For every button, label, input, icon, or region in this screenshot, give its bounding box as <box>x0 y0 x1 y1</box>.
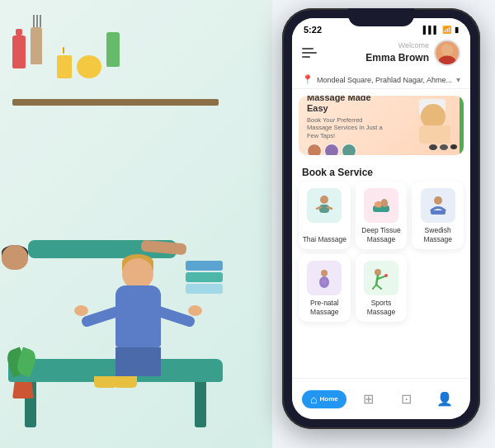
status-icons: ▌▌▌ 📶 ▮ <box>423 26 459 34</box>
bottle-red-icon <box>12 35 26 68</box>
therapist-right-hand <box>188 305 202 316</box>
mini-avatar-2 <box>324 144 339 155</box>
service-card-swedish[interactable]: Swedish Massage <box>412 182 464 249</box>
stone-3 <box>450 144 457 149</box>
swedish-massage-icon <box>421 188 455 223</box>
svg-line-18 <box>376 285 381 289</box>
sports-massage-icon <box>364 261 398 295</box>
svg-point-12 <box>321 270 328 276</box>
home-label: Home <box>319 395 337 403</box>
banner-side-strip <box>460 96 464 155</box>
therapist-shoe-left <box>114 376 137 388</box>
prenatal-massage-icon <box>307 261 342 295</box>
promo-banner[interactable]: Massage Made Easy Book Your Preferred Ma… <box>299 96 464 155</box>
deep-tissue-label: Deep Tissue Massage <box>359 226 404 244</box>
svg-rect-3 <box>319 205 329 213</box>
nav-bookings[interactable]: ⊞ <box>350 388 388 410</box>
towel-blue <box>186 261 223 271</box>
banner-image <box>398 96 464 155</box>
bottle-green-icon <box>106 32 120 67</box>
wifi-icon: 📶 <box>442 26 451 34</box>
prenatal-massage-label: Pre-natal Massage <box>302 299 347 317</box>
svg-line-19 <box>378 276 384 279</box>
bottom-nav: ⌂ Home ⊞ ⊡ 👤 <box>292 378 470 419</box>
therapist-pants <box>116 347 161 376</box>
plant <box>12 382 34 398</box>
client-body <box>28 240 177 258</box>
therapist-shoe-right <box>94 376 117 388</box>
swedish-massage-label: Swedish Massage <box>415 226 460 244</box>
signal-icon: ▌▌▌ <box>423 26 439 34</box>
bookings-icon: ⊞ <box>363 391 374 407</box>
phone-frame: 5:22 ▌▌▌ 📶 ▮ Welcome Emma Brown <box>282 8 480 429</box>
therapist-left-arm <box>80 303 129 328</box>
towel-light <box>186 284 223 294</box>
plant-leaves <box>8 349 35 375</box>
banner-subtitle: Book Your Preferred Massage Services In … <box>307 116 389 140</box>
services-icon: ⊡ <box>401 391 412 407</box>
svg-rect-9 <box>375 202 381 207</box>
phone-notch <box>348 8 414 26</box>
home-icon: ⌂ <box>310 393 317 406</box>
therapist-body <box>116 285 161 347</box>
client-arm <box>140 240 186 256</box>
svg-point-2 <box>320 196 328 204</box>
banner-avatars <box>307 144 389 155</box>
fruit-icon <box>77 55 101 78</box>
phone-mockup: 5:22 ▌▌▌ 📶 ▮ Welcome Emma Brown <box>282 8 480 429</box>
phone-screen: 5:22 ▌▌▌ 📶 ▮ Welcome Emma Brown <box>292 18 470 419</box>
deep-tissue-icon <box>364 188 398 223</box>
location-text: Mondeal Square, Prahlad Nagar, Ahme... <box>317 76 453 84</box>
profile-icon: 👤 <box>436 391 453 407</box>
services-grid: Thai Massage Deep Tissue Massage <box>292 182 470 327</box>
service-card-sports[interactable]: Sports Massage <box>356 254 408 322</box>
massage-stones <box>429 144 457 150</box>
nav-profile[interactable]: 👤 <box>426 388 464 410</box>
thai-massage-icon <box>307 188 342 223</box>
nav-home[interactable]: ⌂ Home <box>299 387 350 412</box>
location-bar[interactable]: 📍 Mondeal Square, Prahlad Nagar, Ahme...… <box>292 71 470 89</box>
chevron-down-icon: ▾ <box>456 75 460 84</box>
stone-2 <box>440 144 448 150</box>
svg-point-10 <box>434 196 442 205</box>
nav-services[interactable]: ⊡ <box>388 388 426 410</box>
svg-point-1 <box>439 56 456 67</box>
svg-point-0 <box>441 45 453 56</box>
towel-teal <box>186 272 223 282</box>
app-header: Welcome Emma Brown <box>292 36 470 71</box>
avatar[interactable] <box>434 40 460 66</box>
service-card-deep-tissue[interactable]: Deep Tissue Massage <box>356 182 408 249</box>
illustration-panel <box>0 0 272 448</box>
table-leg-right <box>195 382 206 427</box>
candle-yellow-icon <box>57 55 72 78</box>
status-time: 5:22 <box>304 25 322 35</box>
battery-icon: ▮ <box>455 26 459 34</box>
mini-avatar-3 <box>342 144 356 155</box>
towels-stack <box>186 261 223 295</box>
shelf-items <box>12 64 120 101</box>
welcome-label: Welcome <box>365 41 429 50</box>
section-title: Book a Service <box>292 162 470 182</box>
thai-massage-label: Thai Massage <box>303 235 346 244</box>
header-right: Welcome Emma Brown <box>365 40 460 66</box>
banner-woman-body <box>419 125 450 144</box>
diffuser-icon <box>31 27 42 64</box>
stone-1 <box>429 144 437 150</box>
plant-pot <box>12 382 34 398</box>
hamburger-menu-button[interactable] <box>302 48 317 58</box>
client-head <box>2 245 28 270</box>
service-card-prenatal[interactable]: Pre-natal Massage <box>299 254 351 322</box>
svg-point-14 <box>322 280 327 285</box>
mini-avatar-1 <box>307 144 322 155</box>
sports-massage-label: Sports Massage <box>359 299 404 317</box>
location-pin-icon: 📍 <box>302 74 314 85</box>
svg-rect-11 <box>431 210 446 215</box>
svg-point-20 <box>384 274 388 277</box>
therapist-left-hand <box>74 305 88 316</box>
banner-title: Massage Made Easy <box>307 96 389 115</box>
banner-text-area: Massage Made Easy Book Your Preferred Ma… <box>299 96 398 155</box>
svg-line-16 <box>376 276 378 285</box>
user-info: Welcome Emma Brown <box>365 41 429 64</box>
user-name-label: Emma Brown <box>365 52 429 64</box>
service-card-thai[interactable]: Thai Massage <box>299 182 351 249</box>
